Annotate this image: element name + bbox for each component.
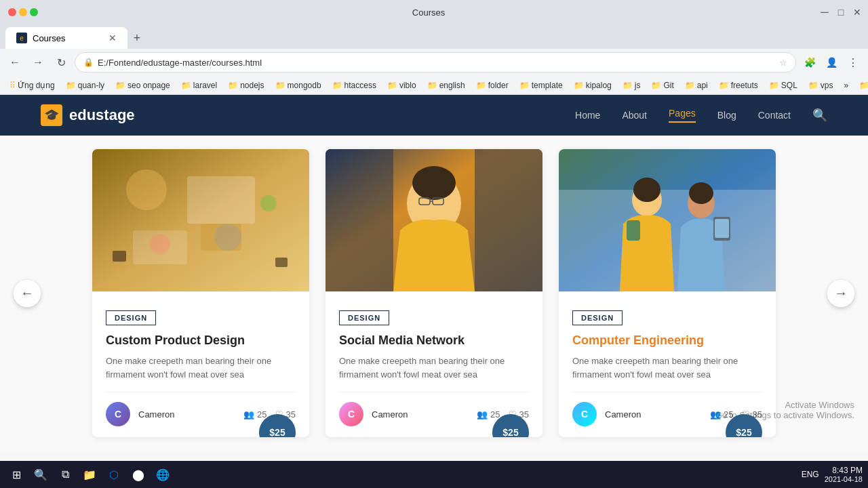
- date-display: 2021-04-18: [825, 475, 863, 483]
- folder-icon: 📁: [332, 81, 342, 90]
- course-description: One make creepeth man bearing their one …: [339, 354, 529, 381]
- start-button[interactable]: ⊞: [5, 464, 27, 485]
- folder-icon: 📁: [115, 81, 125, 90]
- svg-point-27: [689, 182, 713, 204]
- category-text: DESIGN: [115, 314, 147, 322]
- file-explorer-button[interactable]: 📁: [79, 464, 100, 485]
- search-button[interactable]: 🔍: [30, 464, 52, 485]
- svg-point-6: [260, 195, 277, 211]
- system-tray: ENG: [802, 470, 819, 479]
- bookmark-nodejs[interactable]: 📁 nodejs: [224, 79, 268, 92]
- tab-bar: e Courses ✕ +: [0, 24, 868, 49]
- back-button[interactable]: ←: [5, 53, 24, 72]
- nav-about[interactable]: About: [622, 110, 647, 121]
- prev-arrow-icon: ←: [20, 285, 34, 301]
- bookmark-api[interactable]: 📁 api: [681, 79, 712, 92]
- close-btn[interactable]: ✕: [852, 7, 863, 18]
- carousel-prev-button[interactable]: ←: [14, 280, 41, 307]
- folder-icon: 📁: [719, 81, 729, 90]
- maximize-btn[interactable]: □: [835, 7, 846, 18]
- course-card: $25 DESIGN Computer Engineering One make…: [559, 149, 776, 437]
- profile-icon[interactable]: 👤: [822, 53, 841, 72]
- menu-icon[interactable]: ⋮: [844, 53, 863, 72]
- tab-close-icon[interactable]: ✕: [108, 33, 117, 43]
- folder-icon: 📁: [623, 81, 633, 90]
- address-bar[interactable]: 🔒 E:/Fontend/edustage-master/courses.htm…: [75, 52, 796, 73]
- carousel-next-button[interactable]: →: [827, 280, 854, 307]
- svg-point-24: [633, 178, 660, 202]
- svg-point-2: [126, 169, 167, 210]
- taskbar: ⊞ 🔍 ⧉ 📁 ⬡ ⬤ 🌐 ENG 8:43 PM 2021-04-18: [0, 461, 868, 488]
- courses-grid: $25 DESIGN Custom Product Design One mak…: [0, 149, 868, 437]
- svg-rect-29: [715, 219, 729, 238]
- students-icon: 👥: [243, 409, 254, 420]
- course-description: One make creepeth man bearing their one …: [106, 354, 296, 381]
- course-title: Custom Product Design: [106, 333, 296, 348]
- active-tab[interactable]: e Courses ✕: [5, 27, 127, 49]
- svg-rect-19: [326, 149, 393, 291]
- svg-rect-7: [113, 251, 126, 262]
- folder-icon: 📁: [66, 81, 76, 90]
- bookmark-vps[interactable]: 📁 vps: [804, 79, 837, 92]
- bookmark-freetuts[interactable]: 📁 freetuts: [715, 79, 762, 92]
- task-view-icon: ⧉: [62, 468, 69, 481]
- site-logo[interactable]: 🎓 edustage: [41, 104, 135, 126]
- bookmark-english[interactable]: 📁 english: [423, 79, 469, 92]
- bookmark-more[interactable]: »: [840, 79, 853, 92]
- browser-icon: 🌐: [156, 468, 170, 481]
- site-nav: Home About Pages Blog Contact 🔍: [575, 108, 827, 123]
- bookmark-template[interactable]: 📁 template: [515, 79, 567, 92]
- minimize-btn[interactable]: ─: [819, 7, 830, 18]
- vscode-button[interactable]: ⬡: [103, 464, 125, 485]
- title-bar: Courses ─ □ ✕: [0, 0, 868, 24]
- bookmark-sql[interactable]: 📁 SQL: [765, 79, 802, 92]
- chrome-button[interactable]: ⬤: [127, 464, 149, 485]
- refresh-button[interactable]: ↻: [52, 53, 71, 72]
- nav-pages[interactable]: Pages: [669, 108, 696, 123]
- search-icon: 🔍: [34, 468, 47, 481]
- bookmark-git[interactable]: 📁 Git: [647, 79, 677, 92]
- nav-home[interactable]: Home: [575, 110, 600, 121]
- folder-icon: 📁: [685, 81, 695, 90]
- browser-app[interactable]: 🌐: [152, 464, 174, 485]
- bookmark-htaccess[interactable]: 📁 htaccess: [328, 79, 380, 92]
- svg-rect-25: [627, 220, 640, 241]
- bookmark-kipalog[interactable]: 📁 kipalog: [570, 79, 616, 92]
- folder-icon: 📁: [387, 81, 397, 90]
- extensions-icon[interactable]: 🧩: [800, 53, 819, 72]
- price-text: $25: [269, 427, 285, 437]
- nav-contact[interactable]: Contact: [758, 110, 791, 121]
- course-card: $25 DESIGN Social Media Network One make…: [326, 149, 542, 437]
- search-icon[interactable]: 🔍: [812, 108, 827, 123]
- window-title: Courses: [38, 7, 819, 18]
- bookmark-other[interactable]: 📁 Dấu trang khác: [855, 79, 868, 92]
- folder-icon: 📁: [574, 81, 584, 90]
- folder-icon: 📁: [476, 81, 486, 90]
- course-card: $25 DESIGN Custom Product Design One mak…: [92, 149, 309, 437]
- logo-text: edustage: [69, 106, 135, 124]
- student-count: 👥 25: [477, 409, 500, 420]
- task-view-button[interactable]: ⧉: [54, 464, 76, 485]
- bookmark-laravel[interactable]: 📁 laravel: [177, 79, 221, 92]
- windows-icon: ⊞: [12, 468, 21, 481]
- bookmark-js[interactable]: 📁 js: [618, 79, 645, 92]
- course-image: [326, 149, 542, 291]
- bookmark-quan-ly[interactable]: 📁 quan-ly: [62, 79, 108, 92]
- bookmark-viblo[interactable]: 📁 viblo: [383, 79, 420, 92]
- folder-icon: 📁: [228, 81, 238, 90]
- address-text: E:/Fontend/edustage-master/courses.html: [98, 58, 775, 68]
- tab-favicon: e: [16, 33, 27, 43]
- bookmark-folder[interactable]: 📁 folder: [472, 79, 513, 92]
- new-tab-button[interactable]: +: [127, 28, 146, 47]
- star-icon[interactable]: ☆: [779, 58, 787, 68]
- bookmark-seo[interactable]: 📁 seo onpage: [111, 79, 174, 92]
- author-name: Cameron: [605, 409, 702, 420]
- forward-button[interactable]: →: [28, 53, 47, 72]
- bookmark-mongodb[interactable]: 📁 mongodb: [271, 79, 326, 92]
- lang-indicator: ENG: [802, 470, 819, 479]
- category-text: DESIGN: [348, 314, 380, 322]
- nav-blog[interactable]: Blog: [717, 110, 736, 121]
- folder-icon: 📁: [769, 81, 779, 90]
- bookmark-apps[interactable]: ⠿ Ứng dụng: [5, 79, 59, 92]
- next-arrow-icon: →: [834, 285, 848, 301]
